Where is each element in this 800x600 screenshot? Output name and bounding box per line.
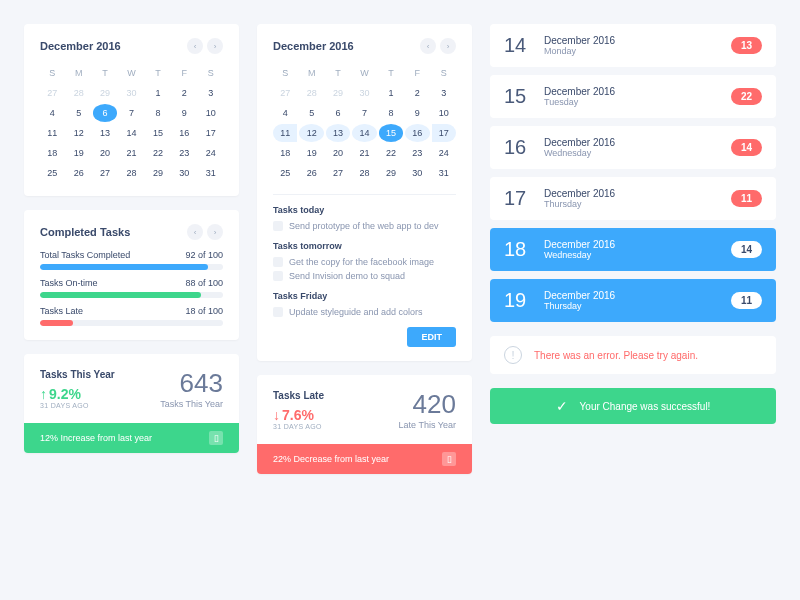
calendar-day[interactable]: 24 [199, 144, 223, 162]
calendar-day[interactable]: 28 [119, 164, 143, 182]
calendar-day[interactable]: 28 [66, 84, 90, 102]
next-icon[interactable]: › [207, 38, 223, 54]
calendar-day[interactable]: 30 [119, 84, 143, 102]
calendar-day[interactable]: 5 [66, 104, 90, 122]
calendar-day[interactable]: 1 [379, 84, 403, 102]
calendar-day[interactable]: 16 [405, 124, 429, 142]
calendar-day[interactable]: 30 [405, 164, 429, 182]
chart-icon[interactable]: ▯ [209, 431, 223, 445]
calendar-day[interactable]: 14 [352, 124, 376, 142]
calendar-day[interactable]: 30 [172, 164, 196, 182]
calendar-day[interactable]: 16 [172, 124, 196, 142]
stat-pct: ↓7.6% [273, 407, 324, 423]
calendar-day[interactable]: 29 [146, 164, 170, 182]
calendar-day[interactable]: 7 [119, 104, 143, 122]
calendar-day[interactable]: 24 [432, 144, 456, 162]
calendar-day[interactable]: 29 [93, 84, 117, 102]
calendar-day[interactable]: 12 [299, 124, 323, 142]
day-row[interactable]: 14December 2016Monday13 [490, 24, 776, 67]
stat-sub: Late This Year [399, 420, 456, 430]
calendar-day[interactable]: 7 [352, 104, 376, 122]
calendar-day[interactable]: 23 [405, 144, 429, 162]
calendar-day[interactable]: 19 [66, 144, 90, 162]
calendar-day[interactable]: 8 [146, 104, 170, 122]
count-badge: 11 [731, 292, 762, 309]
calendar-day[interactable]: 26 [66, 164, 90, 182]
calendar-day[interactable]: 29 [326, 84, 350, 102]
calendar-day[interactable]: 25 [273, 164, 297, 182]
calendar-day[interactable]: 28 [352, 164, 376, 182]
calendar-day[interactable]: 17 [199, 124, 223, 142]
calendar-day[interactable]: 21 [119, 144, 143, 162]
day-row[interactable]: 16December 2016Wednesday14 [490, 126, 776, 169]
calendar-day[interactable]: 11 [273, 124, 297, 142]
edit-button[interactable]: EDIT [407, 327, 456, 347]
calendar-tasks-card: December 2016 ‹ › SMTWTFS272829301234567… [257, 24, 472, 361]
calendar-day[interactable]: 6 [326, 104, 350, 122]
calendar-day[interactable]: 13 [326, 124, 350, 142]
calendar-day[interactable]: 27 [326, 164, 350, 182]
prev-icon[interactable]: ‹ [187, 38, 203, 54]
day-row[interactable]: 18December 2016Wednesday14 [490, 228, 776, 271]
prev-icon[interactable]: ‹ [420, 38, 436, 54]
calendar-day[interactable]: 22 [146, 144, 170, 162]
calendar-day[interactable]: 10 [432, 104, 456, 122]
calendar-day[interactable]: 2 [405, 84, 429, 102]
calendar-day[interactable]: 10 [199, 104, 223, 122]
day-row[interactable]: 19December 2016Thursday11 [490, 279, 776, 322]
calendar-day[interactable]: 9 [172, 104, 196, 122]
calendar-day[interactable]: 17 [432, 124, 456, 142]
calendar-day[interactable]: 9 [405, 104, 429, 122]
task-item[interactable]: Get the copy for the facebook image [273, 255, 456, 269]
calendar-day[interactable]: 26 [299, 164, 323, 182]
calendar-day[interactable]: 3 [432, 84, 456, 102]
calendar-day[interactable]: 27 [93, 164, 117, 182]
calendar-day[interactable]: 2 [172, 84, 196, 102]
calendar-day[interactable]: 18 [273, 144, 297, 162]
next-icon[interactable]: › [207, 224, 223, 240]
calendar-day[interactable]: 13 [93, 124, 117, 142]
calendar-day[interactable]: 18 [40, 144, 64, 162]
calendar-day[interactable]: 5 [299, 104, 323, 122]
calendar-day[interactable]: 29 [379, 164, 403, 182]
calendar-day[interactable]: 4 [273, 104, 297, 122]
checkbox-icon[interactable] [273, 257, 283, 267]
calendar-day[interactable]: 12 [66, 124, 90, 142]
task-item[interactable]: Send Invision demo to squad [273, 269, 456, 283]
calendar-day[interactable]: 20 [326, 144, 350, 162]
calendar-day[interactable]: 19 [299, 144, 323, 162]
calendar-day[interactable]: 11 [40, 124, 64, 142]
calendar-day[interactable]: 27 [40, 84, 64, 102]
prev-icon[interactable]: ‹ [187, 224, 203, 240]
checkbox-icon[interactable] [273, 307, 283, 317]
calendar-day[interactable]: 6 [93, 104, 117, 122]
calendar-day[interactable]: 1 [146, 84, 170, 102]
checkbox-icon[interactable] [273, 221, 283, 231]
checkbox-icon[interactable] [273, 271, 283, 281]
progress-bar [40, 264, 223, 270]
calendar-day[interactable]: 28 [299, 84, 323, 102]
calendar-day[interactable]: 8 [379, 104, 403, 122]
calendar-day[interactable]: 15 [146, 124, 170, 142]
calendar-day[interactable]: 25 [40, 164, 64, 182]
calendar-day[interactable]: 31 [199, 164, 223, 182]
calendar-day[interactable]: 23 [172, 144, 196, 162]
calendar-day[interactable]: 3 [199, 84, 223, 102]
next-icon[interactable]: › [440, 38, 456, 54]
day-row[interactable]: 15December 2016Tuesday22 [490, 75, 776, 118]
calendar-day[interactable]: 20 [93, 144, 117, 162]
calendar-day[interactable]: 4 [40, 104, 64, 122]
calendar-day[interactable]: 15 [379, 124, 403, 142]
calendar-nav: ‹ › [420, 38, 456, 54]
chart-icon[interactable]: ▯ [442, 452, 456, 466]
task-item[interactable]: Send prototype of the web app to dev [273, 219, 456, 233]
calendar-day[interactable]: 21 [352, 144, 376, 162]
calendar-day[interactable]: 14 [119, 124, 143, 142]
task-item[interactable]: Update styleguide and add colors [273, 305, 456, 319]
calendar-day[interactable]: 27 [273, 84, 297, 102]
calendar-day[interactable]: 30 [352, 84, 376, 102]
day-header: S [199, 64, 223, 82]
calendar-day[interactable]: 22 [379, 144, 403, 162]
calendar-day[interactable]: 31 [432, 164, 456, 182]
day-row[interactable]: 17December 2016Thursday11 [490, 177, 776, 220]
